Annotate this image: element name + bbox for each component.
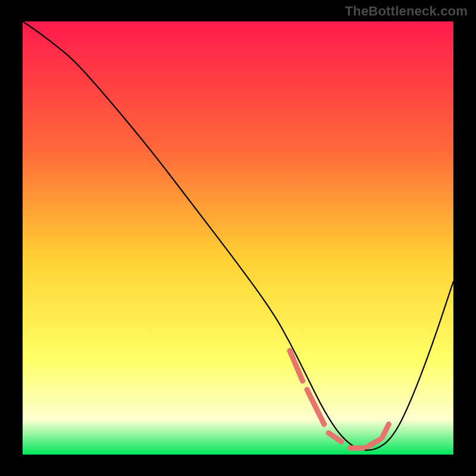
gradient-background: [23, 21, 453, 455]
watermark-text: TheBottleneck.com: [345, 4, 468, 19]
chart-container: TheBottleneck.com: [0, 0, 476, 476]
bottleneck-chart: [23, 21, 453, 455]
plot-area: [23, 21, 453, 455]
